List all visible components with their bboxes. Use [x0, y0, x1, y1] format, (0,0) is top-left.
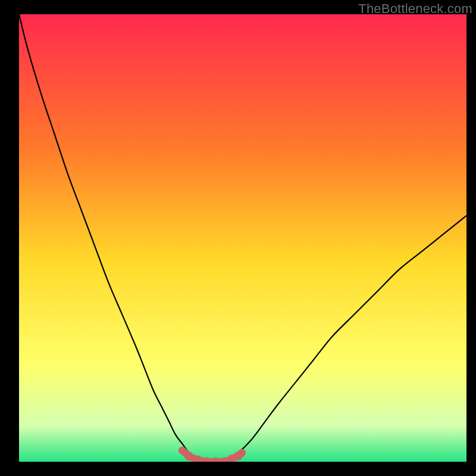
chart-frame: TheBottleneck.com: [0, 0, 476, 476]
flat-marker: [184, 452, 193, 461]
plot-area: [19, 14, 466, 462]
gradient-background: [19, 14, 466, 462]
bottleneck-chart: [19, 14, 466, 462]
flat-marker: [238, 449, 246, 456]
flat-marker: [178, 447, 186, 455]
